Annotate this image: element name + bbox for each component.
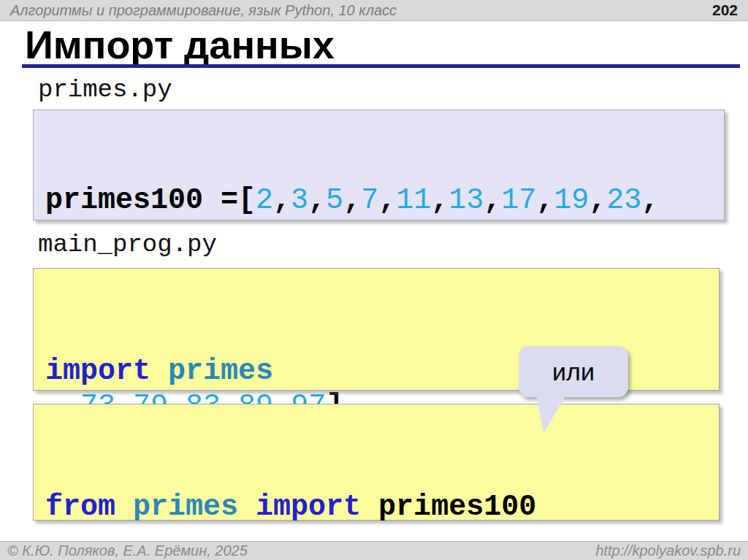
code-token bbox=[115, 491, 133, 523]
site-url-link[interactable]: http://kpolyakov.spb.ru bbox=[595, 542, 741, 559]
footer-bar: © К.Ю. Поляков, Е.А. Ерёмин, 2025 http:/… bbox=[0, 541, 748, 560]
code-token: , bbox=[308, 184, 326, 217]
code-token: 7 bbox=[361, 184, 378, 217]
code-token: , bbox=[484, 184, 501, 217]
page-title: Импорт данных bbox=[25, 25, 335, 64]
code-token: primes bbox=[168, 355, 273, 388]
title-underline bbox=[22, 64, 740, 68]
import-variant-2-box: from primes import primes100 for p in pr… bbox=[33, 404, 720, 521]
callout-tail bbox=[536, 396, 565, 433]
code-token: 3 bbox=[291, 184, 308, 217]
code-token: primes bbox=[133, 491, 238, 523]
code-token: 5 bbox=[326, 184, 343, 217]
code-token: 19 bbox=[554, 184, 589, 217]
or-callout-bubble: или bbox=[519, 346, 628, 397]
code-token: , bbox=[273, 184, 291, 217]
code-token: 11 bbox=[396, 184, 431, 217]
code-token: import bbox=[45, 355, 150, 388]
code-token: primes100 =[ bbox=[45, 184, 256, 217]
code-token: 17 bbox=[501, 184, 536, 217]
code-token: , bbox=[641, 184, 659, 217]
primes-data-box: primes100 =[2,3,5,7,11,13,17,19,23, 29,3… bbox=[33, 110, 725, 220]
code-token: primes100 bbox=[361, 491, 536, 523]
code-token: 13 bbox=[449, 184, 484, 217]
code-line: primes100 =[2,3,5,7,11,13,17,19,23, bbox=[45, 183, 724, 218]
code-token: , bbox=[343, 184, 361, 217]
page-number: 202 bbox=[712, 1, 738, 19]
header-bar: Алгоритмы и программирование, язык Pytho… bbox=[0, 0, 748, 21]
code-token: , bbox=[589, 184, 606, 217]
code-token: , bbox=[431, 184, 449, 217]
code-token bbox=[238, 491, 256, 523]
course-title: Алгоритмы и программирование, язык Pytho… bbox=[10, 2, 712, 19]
file-label-main: main_prog.py bbox=[38, 231, 217, 258]
copyright-text: © К.Ю. Поляков, Е.А. Ерёмин, 2025 bbox=[7, 542, 595, 559]
code-token: 23 bbox=[606, 184, 641, 217]
code-line: from primes import primes100 bbox=[45, 488, 719, 526]
or-callout-label: или bbox=[552, 358, 595, 386]
code-token: from bbox=[45, 491, 115, 523]
code-token: import bbox=[256, 491, 361, 523]
code-token bbox=[150, 355, 168, 388]
file-label-primes: primes.py bbox=[38, 76, 172, 104]
code-token: , bbox=[378, 184, 396, 217]
slide: Алгоритмы и программирование, язык Pytho… bbox=[0, 0, 748, 560]
code-token: , bbox=[536, 184, 554, 217]
code-token: 2 bbox=[256, 184, 273, 217]
